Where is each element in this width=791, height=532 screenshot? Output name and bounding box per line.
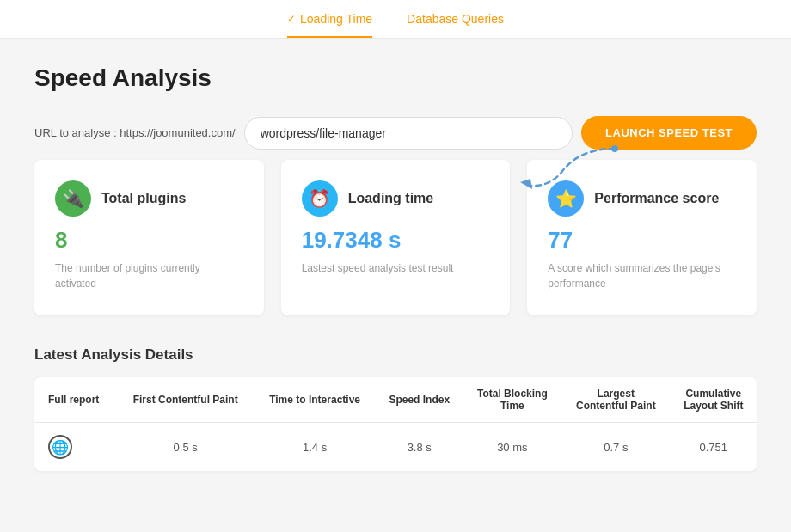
col-cls: CumulativeLayout Shift <box>671 377 757 423</box>
page-title: Speed Analysis <box>34 64 757 92</box>
col-lcp: LargestContentful Paint <box>561 377 671 423</box>
loading-time-value: 19.7348 s <box>302 227 490 254</box>
card-title-plugins: Total plugins <box>101 191 186 206</box>
cell-cls: 0.751 <box>671 423 757 472</box>
col-tti: Time to Interactive <box>254 377 375 423</box>
cell-tti: 1.4 s <box>254 423 375 472</box>
col-fcp: First Contentful Paint <box>117 377 254 423</box>
main-content: Speed Analysis URL to analyse : https://… <box>0 39 791 497</box>
table-header-row: Full report First Contentful Paint Time … <box>34 377 757 423</box>
url-bar: URL to analyse : https://joomunited.com/… <box>34 116 757 150</box>
plugins-desc: The number of plugins currently activate… <box>55 260 243 291</box>
card-title-performance: Performance score <box>594 191 719 206</box>
cell-full-report[interactable]: 🌐 <box>34 423 117 472</box>
cell-tbt: 30 ms <box>463 423 561 472</box>
tab-loading-time[interactable]: ✓ Loading Time <box>287 12 372 38</box>
cell-si: 3.8 s <box>376 423 463 472</box>
tab-loading-time-label: Loading Time <box>300 12 372 26</box>
card-title-loading: Loading time <box>348 191 434 206</box>
plugins-value: 8 <box>55 227 243 254</box>
dashed-arrow-icon <box>512 144 623 192</box>
performance-value: 77 <box>548 227 736 254</box>
performance-desc: A score which summarizes the page's perf… <box>548 260 736 291</box>
cell-fcp: 0.5 s <box>117 423 254 472</box>
loading-time-desc: Lastest speed analysis test result <box>302 260 490 276</box>
globe-icon: 🌐 <box>48 435 72 459</box>
analysis-table: Full report First Contentful Paint Time … <box>34 377 757 471</box>
svg-marker-0 <box>520 179 532 189</box>
check-icon: ✓ <box>287 13 296 25</box>
table-row: 🌐 0.5 s 1.4 s 3.8 s 30 ms 0.7 s 0.751 <box>34 423 757 472</box>
url-input[interactable] <box>261 126 556 140</box>
section-title: Latest Analysis Details <box>34 346 757 364</box>
col-full-report: Full report <box>34 377 117 423</box>
tab-database-queries[interactable]: Database Queries <box>407 12 504 38</box>
tab-database-queries-label: Database Queries <box>407 12 504 26</box>
card-loading-time: ⏰ Loading time 19.7348 s Lastest speed a… <box>281 160 511 315</box>
svg-point-1 <box>611 145 618 152</box>
latest-analysis-section: Latest Analysis Details Full report Firs… <box>34 346 757 471</box>
col-tbt: Total BlockingTime <box>463 377 561 423</box>
col-si: Speed Index <box>376 377 463 423</box>
top-navigation: ✓ Loading Time Database Queries <box>0 0 791 39</box>
cell-lcp: 0.7 s <box>561 423 671 472</box>
card-header-loading: ⏰ Loading time <box>302 180 490 217</box>
card-total-plugins: 🔌 Total plugins 8 The number of plugins … <box>34 160 264 315</box>
card-header-plugins: 🔌 Total plugins <box>55 180 243 217</box>
loading-time-icon: ⏰ <box>302 180 338 217</box>
url-label: URL to analyse : https://joomunited.com/ <box>34 126 236 139</box>
cards-row: 🔌 Total plugins 8 The number of plugins … <box>34 160 757 315</box>
plugins-icon: 🔌 <box>55 180 91 217</box>
